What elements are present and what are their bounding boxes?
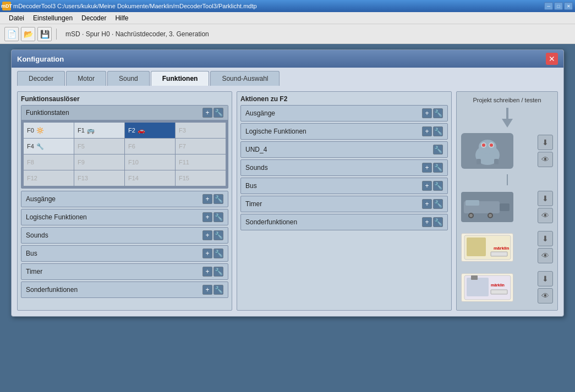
left-sounds-add[interactable]: + <box>202 230 212 240</box>
left-ausgaenge-edit[interactable]: 🔧 <box>213 194 223 204</box>
left-sounds-edit[interactable]: 🔧 <box>213 230 223 240</box>
right-bus-edit[interactable]: 🔧 <box>433 181 443 191</box>
fk-label-f13: F13 <box>78 175 88 181</box>
module2-device-row: märklin ⬇ 👁 <box>461 271 553 303</box>
left-timer-edit[interactable]: 🔧 <box>213 267 223 277</box>
right-und4-row: UND_4 🔧 <box>240 141 448 158</box>
fk-cell-f4[interactable]: F4 🔧 <box>24 139 74 154</box>
funktionstasten-add[interactable]: + <box>202 108 212 118</box>
right-timer-row: Timer + 🔧 <box>240 196 448 212</box>
module2-eye-btn[interactable]: 👁 <box>538 288 553 303</box>
minimize-button[interactable]: ─ <box>544 2 553 10</box>
left-sounds-label: Sounds <box>26 231 48 239</box>
left-panel: Funktionsauslöser Funktionstaten + 🔧 F0 <box>17 91 232 311</box>
tab-sound-auswahl[interactable]: Sound-Auswahl <box>210 71 280 86</box>
menu-hilfe[interactable]: Hilfe <box>111 13 133 23</box>
module1-download-btn[interactable]: ⬇ <box>538 231 553 246</box>
fk-cell-f12[interactable]: F12 <box>24 170 74 186</box>
right-timer-add[interactable]: + <box>422 199 432 209</box>
right-ausgaenge-add[interactable]: + <box>422 108 432 118</box>
tab-decoder[interactable]: Decoder <box>17 71 65 86</box>
owl-device-image <box>461 133 513 169</box>
left-logische-add[interactable]: + <box>202 212 212 222</box>
right-sonder-edit[interactable]: 🔧 <box>433 217 443 227</box>
right-sounds-edit[interactable]: 🔧 <box>433 163 443 173</box>
arrow-down-icon <box>502 119 513 128</box>
left-bus-label: Bus <box>26 250 37 257</box>
right-logische-edit[interactable]: 🔧 <box>433 126 443 136</box>
owl-download-btn[interactable]: ⬇ <box>538 135 553 150</box>
fk-cell-f0[interactable]: F0 🔆 <box>24 123 74 138</box>
fk-cell-f3[interactable]: F3 <box>176 123 226 138</box>
fk-cell-f9[interactable]: F9 <box>74 154 124 170</box>
menu-einstellungen[interactable]: Einstellungen <box>29 13 77 23</box>
left-ausgaenge-add[interactable]: + <box>202 194 212 204</box>
menu-datei[interactable]: Datei <box>4 13 29 23</box>
module1-eye-btn[interactable]: 👁 <box>538 248 553 263</box>
left-timer-add[interactable]: + <box>202 267 212 277</box>
right-panel-title: Aktionen zu F2 <box>240 95 448 103</box>
fk-cell-f2[interactable]: F2 🚗 <box>125 123 175 138</box>
funktionstasten-edit[interactable]: 🔧 <box>213 108 223 118</box>
svg-rect-6 <box>477 159 481 164</box>
dialog-title-bar: Konfiguration ✕ <box>12 50 563 68</box>
restore-button[interactable]: □ <box>554 2 563 10</box>
close-button[interactable]: ✕ <box>564 2 573 10</box>
fk-icon-f1: 🚌 <box>87 127 95 134</box>
fk-cell-f13[interactable]: F13 <box>74 170 124 186</box>
title-bar-controls: ─ □ ✕ <box>544 2 573 10</box>
fk-cell-f10[interactable]: F10 <box>125 154 175 170</box>
fk-label-f8: F8 <box>27 159 34 165</box>
toolbar-open[interactable]: 📂 <box>21 27 35 41</box>
tab-funktionen[interactable]: Funktionen <box>151 71 210 86</box>
right-sonder-label: Sonderfunktionen <box>245 218 297 226</box>
right-und4-edit[interactable]: 🔧 <box>433 145 443 154</box>
svg-point-11 <box>469 214 473 217</box>
tab-motor[interactable]: Motor <box>66 71 106 86</box>
right-und4-label: UND_4 <box>245 146 267 153</box>
right-sonder-row: Sonderfunktionen + 🔧 <box>240 214 448 230</box>
fk-label-f1: F1 <box>78 127 85 134</box>
svg-rect-14 <box>500 203 510 211</box>
toolbar-save[interactable]: 💾 <box>37 27 52 41</box>
menu-decoder[interactable]: Decoder <box>77 13 111 23</box>
dialog-close-button[interactable]: ✕ <box>546 53 558 65</box>
owl-eye-btn[interactable]: 👁 <box>538 152 553 167</box>
train-download-btn[interactable]: ⬇ <box>538 191 553 206</box>
fk-grid: F0 🔆 F1 🚌 F2 🚗 F3 <box>21 120 228 188</box>
left-bus-edit[interactable]: 🔧 <box>213 249 223 258</box>
left-sonder-edit[interactable]: 🔧 <box>213 285 223 295</box>
left-bus-add[interactable]: + <box>202 249 212 258</box>
fk-label-f9: F9 <box>78 159 85 165</box>
owl-device-row: ⬇ 👁 <box>461 133 553 169</box>
left-ausgaenge-label: Ausgänge <box>26 195 56 203</box>
right-sonder-add[interactable]: + <box>422 217 432 227</box>
fk-cell-f7[interactable]: F7 <box>176 139 226 154</box>
left-timer-row: Timer + 🔧 <box>21 263 228 280</box>
right-logische-add[interactable]: + <box>422 126 432 136</box>
left-sonder-add[interactable]: + <box>202 285 212 295</box>
fk-icon-f2: 🚗 <box>138 127 145 134</box>
fk-cell-f14[interactable]: F14 <box>125 170 175 186</box>
title-bar-text: mDecoderTool3 C:/users/kukuk/Meine Dokum… <box>13 3 544 9</box>
tab-sound[interactable]: Sound <box>107 71 150 86</box>
module2-download-btn[interactable]: ⬇ <box>538 271 553 286</box>
right-ausgaenge-edit[interactable]: 🔧 <box>433 108 443 118</box>
train-device-row: ⬇ 👁 <box>461 191 553 223</box>
toolbar-new[interactable]: 📄 <box>4 27 19 41</box>
fk-cell-f11[interactable]: F11 <box>176 154 226 170</box>
right-bus-add[interactable]: + <box>422 181 432 191</box>
fk-cell-f6[interactable]: F6 <box>125 139 175 154</box>
right-sounds-add[interactable]: + <box>422 163 432 173</box>
svg-point-13 <box>489 214 492 217</box>
train-eye-btn[interactable]: 👁 <box>538 208 553 223</box>
fk-cell-f8[interactable]: F8 <box>24 154 74 170</box>
right-timer-edit[interactable]: 🔧 <box>433 199 443 209</box>
fk-cell-f5[interactable]: F5 <box>74 139 124 154</box>
fk-cell-f1[interactable]: F1 🚌 <box>74 123 124 138</box>
toolbar-label: mSD · Spur H0 · Nachrüstdecoder, 3. Gene… <box>65 30 209 38</box>
fk-cell-f15[interactable]: F15 <box>176 170 226 186</box>
left-logische-edit[interactable]: 🔧 <box>213 212 223 222</box>
funktionstasten-label: Funktionstaten <box>26 109 69 117</box>
train-btn-group: ⬇ 👁 <box>538 191 553 223</box>
